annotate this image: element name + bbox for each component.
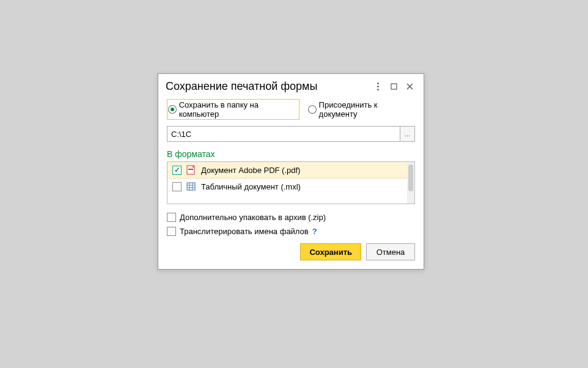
save-button[interactable]: Сохранить [300,243,361,260]
svg-rect-4 [188,169,193,170]
option-transliterate[interactable]: Транслитерировать имена файлов ? [167,227,415,236]
formats-heading: В форматах [167,149,415,159]
dialog-title: Сохранение печатной формы [166,80,369,93]
extra-options: Дополнительно упаковать в архив (.zip) Т… [167,213,415,236]
radio-icon [308,105,317,114]
radio-label: Сохранить в папку на компьютер [179,100,297,119]
button-row: Сохранить Отмена [167,243,415,260]
radio-save-to-folder[interactable]: Сохранить в папку на компьютер [167,99,300,120]
radio-attach-to-document[interactable]: Присоединить к документу [308,100,415,119]
checkbox[interactable] [172,182,182,191]
path-input[interactable] [167,126,400,142]
format-label: Табличный документ (.mxl) [201,182,301,191]
close-icon[interactable] [403,81,416,93]
svg-rect-5 [187,183,195,190]
maximize-icon[interactable] [387,81,400,93]
spreadsheet-icon [186,182,196,191]
checkbox[interactable] [167,227,176,236]
scrollbar[interactable] [407,162,414,204]
format-row-pdf[interactable]: Документ Adobe PDF (.pdf) [167,162,407,178]
option-label: Дополнительно упаковать в архив (.zip) [180,213,326,222]
path-row: ... [167,126,415,142]
save-print-form-dialog: Сохранение печатной формы Сохранить в па… [158,73,424,270]
radio-icon [168,105,177,114]
option-zip[interactable]: Дополнительно упаковать в архив (.zip) [167,213,415,222]
format-row-mxl[interactable]: Табличный документ (.mxl) [167,178,407,194]
titlebar: Сохранение печатной формы [158,74,424,97]
radio-label: Присоединить к документу [319,100,415,119]
option-label: Транслитерировать имена файлов [180,227,309,236]
checkbox[interactable] [167,213,176,222]
kebab-menu-icon[interactable] [371,81,384,93]
destination-radio-group: Сохранить в папку на компьютер Присоедин… [167,99,415,120]
scrollbar-thumb[interactable] [408,164,413,191]
help-icon[interactable]: ? [312,227,317,236]
svg-rect-0 [391,84,397,89]
browse-button[interactable]: ... [400,126,415,142]
cancel-button[interactable]: Отмена [366,243,415,260]
formats-list: Документ Adobe PDF (.pdf) Табличный доку… [167,161,415,204]
checkbox[interactable] [172,166,182,175]
pdf-icon [186,165,196,175]
format-label: Документ Adobe PDF (.pdf) [201,166,300,175]
